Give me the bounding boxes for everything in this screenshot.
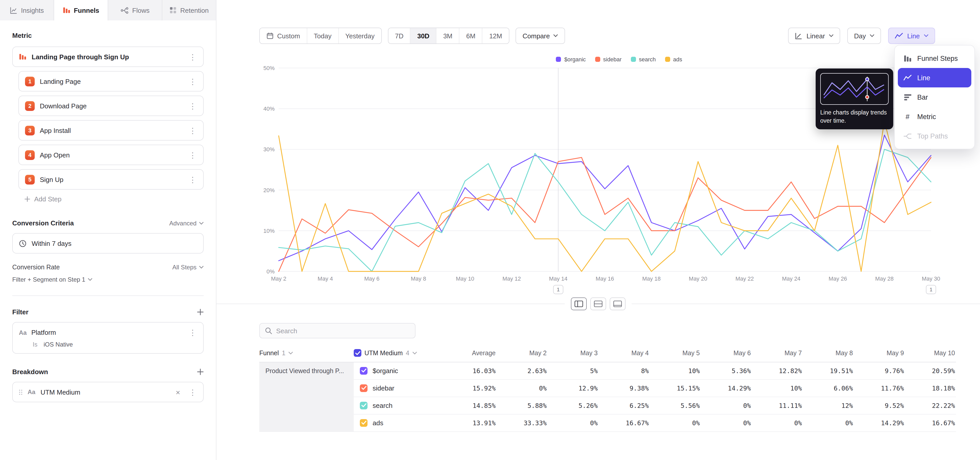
series-name: search	[372, 401, 393, 409]
custom-date-button[interactable]: Custom	[260, 28, 307, 43]
search-box	[259, 323, 415, 339]
kebab-menu-icon[interactable]: ⋮	[186, 52, 199, 62]
check-icon	[355, 351, 360, 355]
menu-item-metric[interactable]: # Metric	[898, 107, 971, 126]
svg-text:May 6: May 6	[364, 275, 380, 282]
breakdown-column-header[interactable]: UTM Medium4	[354, 345, 441, 362]
kebab-menu-icon[interactable]: ⋮	[186, 77, 199, 86]
table-value-cell: 12.9%	[548, 379, 599, 397]
menu-item-label: Bar	[917, 93, 928, 101]
chart-type-dropdown[interactable]: Line	[888, 27, 935, 44]
filter-property-name: Platform	[32, 329, 56, 336]
interval-dropdown[interactable]: Day	[848, 27, 881, 44]
table-value-cell: 5.26%	[548, 397, 599, 414]
drag-handle-icon[interactable]	[19, 389, 22, 395]
all-steps-dropdown[interactable]: All Steps	[172, 264, 204, 271]
tab-flows[interactable]: Flows	[108, 0, 162, 21]
breakdown-property-name: UTM Medium	[41, 388, 80, 396]
range-30D-button[interactable]: 30D	[410, 28, 437, 43]
funnel-step-row[interactable]: 2 Download Page ⋮	[18, 96, 204, 116]
chart-type-menu: Funnel Steps Line Bar # Metric Top Paths	[894, 45, 975, 149]
remove-breakdown-icon[interactable]: ×	[175, 388, 181, 396]
date-picker-group: Custom Today Yesterday	[259, 27, 382, 44]
menu-item-funnel-steps[interactable]: Funnel Steps	[898, 49, 971, 68]
table-value-cell: 12.82%	[752, 362, 803, 379]
chevron-down-icon	[553, 34, 558, 37]
yesterday-button[interactable]: Yesterday	[339, 28, 381, 43]
column-header-average: Average	[441, 345, 496, 362]
conversion-criteria-heading: Conversion Criteria Advanced	[12, 219, 204, 227]
line-chart-tooltip: Line charts display trends over time.	[816, 69, 893, 129]
funnel-title-row[interactable]: Landing Page through Sign Up ⋮	[12, 46, 204, 67]
bar-icon	[903, 94, 912, 101]
series-checkbox[interactable]	[360, 384, 368, 392]
kebab-menu-icon[interactable]: ⋮	[186, 126, 199, 135]
range-6M-button[interactable]: 6M	[460, 28, 483, 43]
metric-heading: Metric	[12, 32, 204, 39]
table-value-cell: 16.03%	[441, 362, 496, 379]
table-value-cell: 0%	[548, 414, 599, 431]
kebab-menu-icon[interactable]: ⋮	[186, 150, 199, 160]
filter-segment-dropdown[interactable]: Filter + Segment on Step 1	[12, 276, 204, 283]
search-input[interactable]	[276, 327, 410, 334]
line-icon	[903, 75, 912, 81]
layout-split-view-button[interactable]	[571, 297, 587, 310]
add-breakdown-button[interactable]	[197, 369, 204, 375]
breakdown-item-card[interactable]: Aa UTM Medium × ⋮	[12, 382, 204, 402]
scale-dropdown[interactable]: Linear	[788, 27, 840, 44]
tab-funnels[interactable]: Funnels	[54, 0, 108, 21]
conversion-window-row[interactable]: Within 7 days	[12, 233, 204, 254]
kebab-menu-icon[interactable]: ⋮	[186, 387, 199, 397]
range-3M-button[interactable]: 3M	[437, 28, 460, 43]
table-value-cell: 0%	[701, 414, 752, 431]
menu-item-bar[interactable]: Bar	[898, 88, 971, 107]
table-value-cell: 10%	[650, 362, 701, 379]
funnel-steps-list: 1 Landing Page ⋮ 2 Download Page ⋮ 3 App…	[12, 71, 204, 190]
funnel-step-row[interactable]: 5 Sign Up ⋮	[18, 169, 204, 190]
table-row: ads 13.91%33.33%0%16.67%0%0%0%0%14.29%16…	[259, 414, 956, 431]
series-checkbox[interactable]	[360, 401, 368, 409]
check-icon	[361, 403, 366, 407]
compare-button[interactable]: Compare	[516, 28, 565, 43]
funnel-step-row[interactable]: 3 App Install ⋮	[18, 120, 204, 141]
column-header-may-10: May 10	[905, 345, 956, 362]
kebab-menu-icon[interactable]: ⋮	[186, 101, 199, 111]
column-header-may-6: May 6	[701, 345, 752, 362]
today-button[interactable]: Today	[307, 28, 339, 43]
series-checkbox[interactable]	[360, 419, 368, 426]
table-row: sidebar 15.92%0%12.9%9.38%15.15%14.29%10…	[259, 379, 956, 397]
series-row-label-cell: ads	[354, 414, 441, 431]
compare-label: Compare	[523, 32, 550, 40]
table-value-cell: 5.36%	[701, 362, 752, 379]
funnel-step-row[interactable]: 1 Landing Page ⋮	[18, 71, 204, 91]
kebab-menu-icon[interactable]: ⋮	[186, 174, 199, 184]
funnel-column-header[interactable]: Funnel1	[259, 345, 354, 362]
range-7D-button[interactable]: 7D	[388, 28, 410, 43]
svg-text:May 26: May 26	[829, 275, 847, 282]
chevron-down-icon	[829, 34, 834, 37]
range-12M-button[interactable]: 12M	[483, 28, 509, 43]
layout-full-view-button[interactable]	[610, 297, 625, 310]
chevron-down-icon	[199, 266, 204, 269]
table-row: search 14.85%5.88%5.26%6.25%5.56%0%11.11…	[259, 397, 956, 414]
series-checkbox[interactable]	[360, 367, 368, 374]
add-filter-button[interactable]	[197, 309, 204, 315]
metric-icon: #	[903, 112, 912, 121]
add-step-button[interactable]: Add Step	[18, 190, 204, 203]
kebab-menu-icon[interactable]: ⋮	[186, 327, 199, 337]
divider	[12, 295, 204, 296]
funnel-step-row[interactable]: 4 App Open ⋮	[18, 145, 204, 165]
utm-select-all-checkbox[interactable]	[354, 349, 361, 357]
layout-stacked-view-button[interactable]	[590, 297, 606, 310]
custom-label: Custom	[277, 32, 300, 40]
column-header-may-2: May 2	[496, 345, 548, 362]
menu-item-line[interactable]: Line	[898, 68, 971, 88]
funnel-group-cell: Product Viewed through P...	[259, 362, 354, 431]
table-value-cell: 20.59%	[905, 362, 956, 379]
filter-value[interactable]: iOS Native	[44, 341, 73, 348]
filter-item-card[interactable]: Aa Platform ⋮ Is iOS Native	[12, 322, 204, 354]
tab-insights[interactable]: Insights	[0, 0, 54, 21]
step-label: Sign Up	[40, 176, 64, 183]
advanced-dropdown[interactable]: Advanced	[169, 219, 204, 227]
tab-retention[interactable]: Retention	[162, 0, 216, 21]
